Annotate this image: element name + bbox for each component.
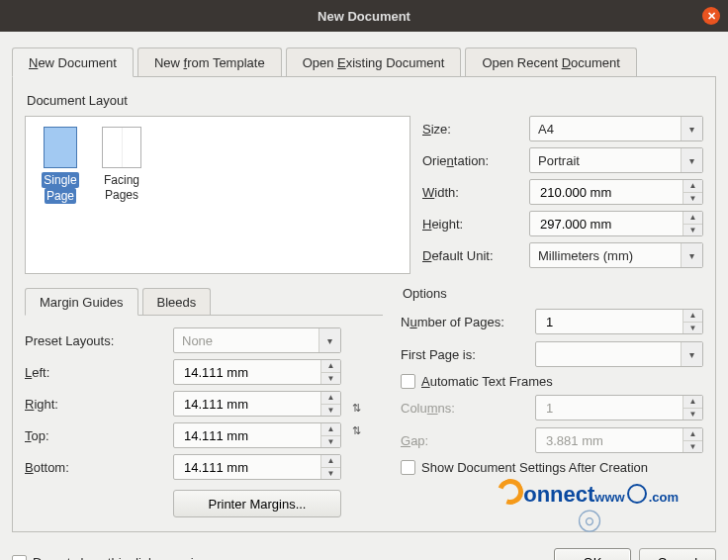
margin-left-input[interactable] <box>182 364 318 381</box>
single-page-icon <box>44 127 77 168</box>
up-arrow-icon: ▲ <box>683 428 702 441</box>
margin-top-field[interactable]: ▲▼ <box>173 422 341 448</box>
gap-input <box>544 432 681 449</box>
auto-text-frames-row[interactable]: Automatic Text Frames <box>401 374 703 389</box>
printer-margins-button[interactable]: Printer Margins... <box>173 490 341 517</box>
up-arrow-icon[interactable]: ▲ <box>321 455 340 468</box>
down-arrow-icon[interactable]: ▼ <box>321 373 340 385</box>
preset-layouts-select: None ▾ <box>173 327 341 353</box>
size-value: A4 <box>538 122 554 137</box>
dont-show-label: Do not show this dialog again <box>33 555 201 561</box>
margins-tab-bar: Margin Guides Bleeds <box>25 288 383 316</box>
titlebar: New Document ✕ <box>0 0 728 32</box>
chevron-down-icon: ▾ <box>681 243 702 267</box>
tab-margin-guides[interactable]: Margin Guides <box>25 288 138 316</box>
preset-layouts-label: Preset Layouts: <box>25 333 173 348</box>
main-tab-bar: New Document New from Template Open Exis… <box>12 47 716 77</box>
first-page-select: ▾ <box>535 341 703 367</box>
chevron-down-icon: ▾ <box>318 328 340 352</box>
orientation-value: Portrait <box>538 153 580 168</box>
up-arrow-icon[interactable]: ▲ <box>321 360 340 373</box>
margin-top-label: Top: <box>25 428 173 443</box>
down-arrow-icon: ▼ <box>683 409 702 420</box>
single-page-label-1: Single <box>42 172 78 188</box>
preset-layouts-value: None <box>182 333 213 348</box>
margin-left-field[interactable]: ▲▼ <box>173 359 341 385</box>
document-layout-heading: Document Layout <box>27 93 703 108</box>
num-pages-field[interactable]: ▲▼ <box>535 309 703 334</box>
link-icon[interactable]: ⇅ <box>352 402 361 415</box>
height-label: Height: <box>422 217 521 232</box>
num-pages-label: Number of Pages: <box>401 315 527 329</box>
size-select[interactable]: A4 ▾ <box>529 116 703 141</box>
height-field[interactable]: ▲▼ <box>529 211 703 236</box>
link-icon[interactable]: ⇅ <box>352 424 361 437</box>
up-arrow-icon[interactable]: ▲ <box>683 310 702 323</box>
tab-open-existing[interactable]: Open Existing Document <box>286 47 462 76</box>
margin-right-input[interactable] <box>182 396 318 413</box>
options-heading: Options <box>403 286 703 301</box>
up-arrow-icon[interactable]: ▲ <box>683 212 702 225</box>
checkbox-icon[interactable] <box>401 460 415 475</box>
layout-facing-pages[interactable]: Facing Pages <box>97 125 146 202</box>
columns-field: ▲▼ <box>535 395 703 420</box>
up-arrow-icon[interactable]: ▲ <box>321 392 340 405</box>
layout-single-page[interactable]: Single Page <box>36 125 85 204</box>
ok-button[interactable]: OK <box>554 548 631 560</box>
gap-field: ▲▼ <box>535 427 703 453</box>
margin-top-input[interactable] <box>182 427 318 444</box>
height-input[interactable] <box>538 216 681 233</box>
columns-input <box>544 400 681 417</box>
show-settings-row[interactable]: Show Document Settings After Creation <box>401 460 703 475</box>
width-field[interactable]: ▲▼ <box>529 179 703 205</box>
down-arrow-icon[interactable]: ▼ <box>321 468 340 480</box>
layout-mode-list[interactable]: Single Page Facing Pages <box>25 116 410 274</box>
auto-text-frames-label: Automatic Text Frames <box>421 374 553 389</box>
checkbox-icon[interactable] <box>401 374 415 389</box>
facing-label-2: Pages <box>105 188 138 202</box>
up-arrow-icon: ▲ <box>683 396 702 409</box>
margin-right-label: Right: <box>25 397 173 412</box>
tab-bleeds[interactable]: Bleeds <box>142 288 212 315</box>
down-arrow-icon[interactable]: ▼ <box>683 323 702 334</box>
margin-bottom-label: Bottom: <box>25 460 173 475</box>
columns-label: Columns: <box>401 401 527 416</box>
down-arrow-icon[interactable]: ▼ <box>321 436 340 448</box>
close-icon[interactable]: ✕ <box>702 7 720 25</box>
single-page-label-2: Page <box>45 188 76 204</box>
down-arrow-icon[interactable]: ▼ <box>683 225 702 236</box>
first-page-label: First Page is: <box>401 347 527 362</box>
chevron-down-icon: ▾ <box>681 148 702 172</box>
default-unit-label: Default Unit: <box>422 248 521 263</box>
num-pages-input[interactable] <box>544 314 681 330</box>
margin-bottom-input[interactable] <box>182 459 318 476</box>
gap-label: Gap: <box>401 433 527 448</box>
width-label: Width: <box>422 185 521 200</box>
margin-bottom-field[interactable]: ▲▼ <box>173 454 341 480</box>
tab-open-recent[interactable]: Open Recent Document <box>465 47 636 76</box>
default-unit-value: Millimeters (mm) <box>538 248 633 263</box>
dont-show-row[interactable]: Do not show this dialog again <box>12 555 201 561</box>
down-arrow-icon: ▼ <box>683 441 702 453</box>
tab-new-document[interactable]: New Document <box>12 47 134 77</box>
margin-right-field[interactable]: ▲▼ <box>173 391 341 417</box>
up-arrow-icon[interactable]: ▲ <box>683 180 702 193</box>
down-arrow-icon[interactable]: ▼ <box>321 405 340 417</box>
default-unit-select[interactable]: Millimeters (mm) ▾ <box>529 242 703 268</box>
up-arrow-icon[interactable]: ▲ <box>321 423 340 436</box>
down-arrow-icon[interactable]: ▼ <box>683 193 702 205</box>
orientation-select[interactable]: Portrait ▾ <box>529 147 703 173</box>
chevron-down-icon: ▾ <box>681 342 702 366</box>
cancel-button[interactable]: Cancel <box>639 548 716 560</box>
margin-left-label: Left: <box>25 365 173 380</box>
orientation-label: Orientation: <box>422 153 521 168</box>
chevron-down-icon: ▾ <box>681 117 702 140</box>
size-label: Size: <box>422 122 521 137</box>
tab-new-from-template[interactable]: New from Template <box>137 47 282 76</box>
window-title: New Document <box>318 9 410 24</box>
facing-pages-icon <box>102 127 141 168</box>
facing-label-1: Facing <box>104 173 139 187</box>
width-input[interactable] <box>538 184 681 201</box>
checkbox-icon[interactable] <box>12 555 27 561</box>
show-settings-label: Show Document Settings After Creation <box>421 460 648 475</box>
